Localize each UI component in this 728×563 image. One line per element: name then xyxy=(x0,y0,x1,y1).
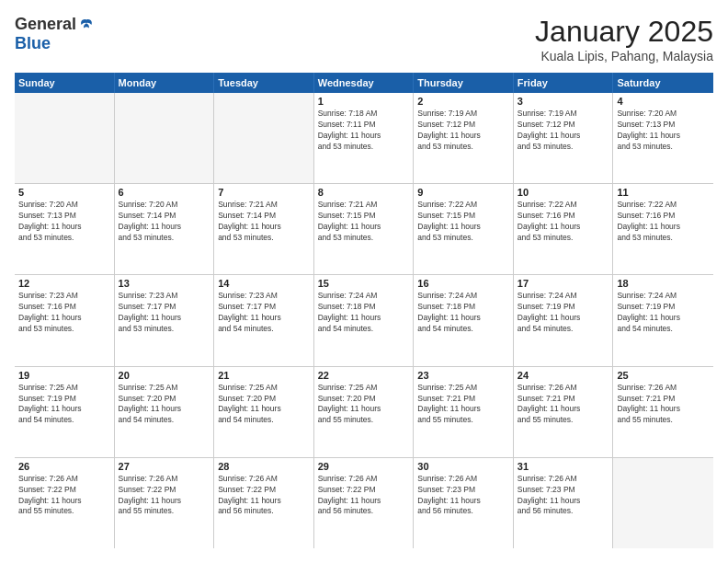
day-info: Sunrise: 7:23 AM Sunset: 7:17 PM Dayligh… xyxy=(119,291,210,335)
day-info: Sunrise: 7:26 AM Sunset: 7:21 PM Dayligh… xyxy=(617,383,710,427)
calendar-cell: 2Sunrise: 7:19 AM Sunset: 7:12 PM Daylig… xyxy=(414,93,514,183)
calendar-week-3: 12Sunrise: 7:23 AM Sunset: 7:16 PM Dayli… xyxy=(15,275,713,366)
calendar-cell: 19Sunrise: 7:25 AM Sunset: 7:19 PM Dayli… xyxy=(15,367,115,457)
day-number: 4 xyxy=(617,96,710,107)
day-number: 16 xyxy=(417,278,509,289)
calendar-cell: 25Sunrise: 7:26 AM Sunset: 7:21 PM Dayli… xyxy=(613,367,713,457)
day-info: Sunrise: 7:21 AM Sunset: 7:14 PM Dayligh… xyxy=(218,200,310,244)
calendar-week-1: 1Sunrise: 7:18 AM Sunset: 7:11 PM Daylig… xyxy=(15,93,713,184)
calendar-week-5: 26Sunrise: 7:26 AM Sunset: 7:22 PM Dayli… xyxy=(15,458,713,548)
logo-bird-icon xyxy=(78,17,95,33)
day-info: Sunrise: 7:20 AM Sunset: 7:13 PM Dayligh… xyxy=(617,109,710,153)
month-title: January 2025 xyxy=(535,15,713,49)
calendar-cell: 29Sunrise: 7:26 AM Sunset: 7:22 PM Dayli… xyxy=(314,458,415,548)
day-number: 28 xyxy=(218,461,310,472)
day-info: Sunrise: 7:20 AM Sunset: 7:13 PM Dayligh… xyxy=(18,200,110,244)
day-info: Sunrise: 7:20 AM Sunset: 7:14 PM Dayligh… xyxy=(119,200,210,244)
weekday-header-wednesday: Wednesday xyxy=(314,73,415,93)
calendar-cell: 1Sunrise: 7:18 AM Sunset: 7:11 PM Daylig… xyxy=(314,93,415,183)
day-info: Sunrise: 7:25 AM Sunset: 7:19 PM Dayligh… xyxy=(18,383,110,427)
calendar-cell: 28Sunrise: 7:26 AM Sunset: 7:22 PM Dayli… xyxy=(214,458,314,548)
day-number: 9 xyxy=(417,187,509,198)
day-number: 5 xyxy=(18,187,110,198)
day-info: Sunrise: 7:25 AM Sunset: 7:20 PM Dayligh… xyxy=(218,383,310,427)
day-info: Sunrise: 7:19 AM Sunset: 7:12 PM Dayligh… xyxy=(417,109,509,153)
day-number: 2 xyxy=(417,96,509,107)
day-number: 27 xyxy=(119,461,210,472)
calendar-cell: 30Sunrise: 7:26 AM Sunset: 7:23 PM Dayli… xyxy=(414,458,514,548)
calendar-cell: 4Sunrise: 7:20 AM Sunset: 7:13 PM Daylig… xyxy=(613,93,713,183)
day-number: 20 xyxy=(119,370,210,381)
day-info: Sunrise: 7:22 AM Sunset: 7:16 PM Dayligh… xyxy=(518,200,609,244)
day-number: 8 xyxy=(318,187,410,198)
calendar-cell: 7Sunrise: 7:21 AM Sunset: 7:14 PM Daylig… xyxy=(214,184,314,274)
logo: General Blue xyxy=(15,15,95,53)
day-info: Sunrise: 7:26 AM Sunset: 7:22 PM Dayligh… xyxy=(218,474,310,518)
day-number: 1 xyxy=(318,96,410,107)
day-number: 22 xyxy=(318,370,410,381)
calendar-cell: 21Sunrise: 7:25 AM Sunset: 7:20 PM Dayli… xyxy=(214,367,314,457)
day-number: 25 xyxy=(617,370,710,381)
calendar: SundayMondayTuesdayWednesdayThursdayFrid… xyxy=(15,73,713,548)
calendar-cell: 18Sunrise: 7:24 AM Sunset: 7:19 PM Dayli… xyxy=(613,275,713,365)
calendar-cell: 11Sunrise: 7:22 AM Sunset: 7:16 PM Dayli… xyxy=(613,184,713,274)
day-number: 29 xyxy=(318,461,410,472)
calendar-cell: 17Sunrise: 7:24 AM Sunset: 7:19 PM Dayli… xyxy=(514,275,614,365)
calendar-cell: 13Sunrise: 7:23 AM Sunset: 7:17 PM Dayli… xyxy=(115,275,215,365)
day-info: Sunrise: 7:26 AM Sunset: 7:22 PM Dayligh… xyxy=(119,474,210,518)
day-info: Sunrise: 7:18 AM Sunset: 7:11 PM Dayligh… xyxy=(318,109,410,153)
calendar-cell: 24Sunrise: 7:26 AM Sunset: 7:21 PM Dayli… xyxy=(514,367,614,457)
header: General Blue January 2025 Kuala Lipis, P… xyxy=(15,15,713,63)
calendar-cell xyxy=(214,93,314,183)
day-number: 19 xyxy=(18,370,110,381)
day-number: 7 xyxy=(218,187,310,198)
calendar-cell xyxy=(115,93,215,183)
calendar-cell xyxy=(15,93,115,183)
day-number: 3 xyxy=(518,96,609,107)
day-number: 21 xyxy=(218,370,310,381)
day-info: Sunrise: 7:24 AM Sunset: 7:19 PM Dayligh… xyxy=(617,291,710,335)
day-info: Sunrise: 7:22 AM Sunset: 7:16 PM Dayligh… xyxy=(617,200,710,244)
calendar-cell: 5Sunrise: 7:20 AM Sunset: 7:13 PM Daylig… xyxy=(15,184,115,274)
day-number: 10 xyxy=(518,187,609,198)
day-info: Sunrise: 7:25 AM Sunset: 7:21 PM Dayligh… xyxy=(417,383,509,427)
calendar-cell: 26Sunrise: 7:26 AM Sunset: 7:22 PM Dayli… xyxy=(15,458,115,548)
day-number: 6 xyxy=(119,187,210,198)
day-info: Sunrise: 7:22 AM Sunset: 7:15 PM Dayligh… xyxy=(417,200,509,244)
calendar-week-4: 19Sunrise: 7:25 AM Sunset: 7:19 PM Dayli… xyxy=(15,367,713,458)
logo-blue-text: Blue xyxy=(15,34,51,53)
day-info: Sunrise: 7:21 AM Sunset: 7:15 PM Dayligh… xyxy=(318,200,410,244)
calendar-cell: 23Sunrise: 7:25 AM Sunset: 7:21 PM Dayli… xyxy=(414,367,514,457)
calendar-cell: 16Sunrise: 7:24 AM Sunset: 7:18 PM Dayli… xyxy=(414,275,514,365)
weekday-header-thursday: Thursday xyxy=(414,73,514,93)
weekday-header-tuesday: Tuesday xyxy=(214,73,314,93)
day-info: Sunrise: 7:24 AM Sunset: 7:19 PM Dayligh… xyxy=(518,291,609,335)
day-number: 18 xyxy=(617,278,710,289)
day-number: 14 xyxy=(218,278,310,289)
day-number: 23 xyxy=(417,370,509,381)
calendar-cell: 22Sunrise: 7:25 AM Sunset: 7:20 PM Dayli… xyxy=(314,367,415,457)
weekday-header-sunday: Sunday xyxy=(15,73,115,93)
day-info: Sunrise: 7:23 AM Sunset: 7:17 PM Dayligh… xyxy=(218,291,310,335)
calendar-cell: 12Sunrise: 7:23 AM Sunset: 7:16 PM Dayli… xyxy=(15,275,115,365)
calendar-cell: 31Sunrise: 7:26 AM Sunset: 7:23 PM Dayli… xyxy=(514,458,614,548)
weekday-header-saturday: Saturday xyxy=(613,73,713,93)
calendar-cell: 3Sunrise: 7:19 AM Sunset: 7:12 PM Daylig… xyxy=(514,93,614,183)
day-number: 17 xyxy=(518,278,609,289)
day-number: 15 xyxy=(318,278,410,289)
day-number: 26 xyxy=(18,461,110,472)
calendar-cell: 6Sunrise: 7:20 AM Sunset: 7:14 PM Daylig… xyxy=(115,184,215,274)
calendar-cell: 20Sunrise: 7:25 AM Sunset: 7:20 PM Dayli… xyxy=(115,367,215,457)
day-info: Sunrise: 7:26 AM Sunset: 7:23 PM Dayligh… xyxy=(417,474,509,518)
calendar-week-2: 5Sunrise: 7:20 AM Sunset: 7:13 PM Daylig… xyxy=(15,184,713,275)
day-info: Sunrise: 7:26 AM Sunset: 7:22 PM Dayligh… xyxy=(318,474,410,518)
day-number: 24 xyxy=(518,370,609,381)
weekday-header-monday: Monday xyxy=(115,73,215,93)
day-info: Sunrise: 7:26 AM Sunset: 7:21 PM Dayligh… xyxy=(518,383,609,427)
day-info: Sunrise: 7:25 AM Sunset: 7:20 PM Dayligh… xyxy=(119,383,210,427)
calendar-cell: 15Sunrise: 7:24 AM Sunset: 7:18 PM Dayli… xyxy=(314,275,415,365)
calendar-cell: 27Sunrise: 7:26 AM Sunset: 7:22 PM Dayli… xyxy=(115,458,215,548)
day-number: 31 xyxy=(518,461,609,472)
calendar-cell: 14Sunrise: 7:23 AM Sunset: 7:17 PM Dayli… xyxy=(214,275,314,365)
day-info: Sunrise: 7:19 AM Sunset: 7:12 PM Dayligh… xyxy=(518,109,609,153)
